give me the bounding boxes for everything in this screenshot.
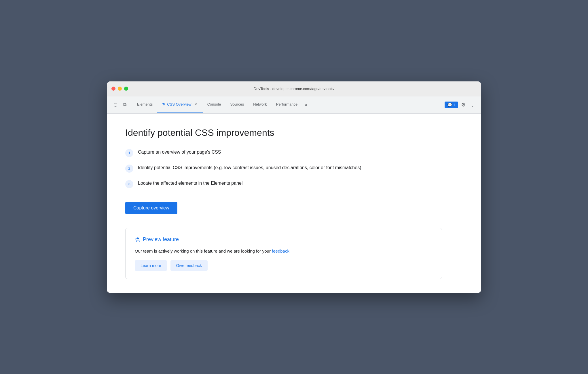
preview-flask-icon: ⚗ — [135, 236, 140, 243]
more-tabs-button[interactable]: » — [302, 96, 310, 113]
devtools-window: DevTools - developer.chrome.com/tags/dev… — [107, 81, 481, 293]
preview-secondary-label: Give feedback — [176, 263, 202, 268]
tabs-bar: Elements ⚗ CSS Overview ✕ Console Source… — [132, 96, 442, 113]
more-tabs-icon: » — [304, 102, 307, 108]
tab-performance[interactable]: Performance — [272, 96, 302, 113]
device-toggle-button[interactable]: ⧉ — [121, 101, 129, 109]
capture-overview-button[interactable]: Capture overview — [125, 202, 177, 214]
more-options-button[interactable]: ⋮ — [468, 101, 477, 109]
cursor-tool-button[interactable]: ⬡ — [111, 101, 120, 109]
chat-bubble-icon: 💬 — [447, 103, 452, 107]
preview-secondary-button[interactable]: Give feedback — [170, 260, 208, 271]
feedback-link[interactable]: feedback — [272, 249, 289, 253]
steps-list: 1 Capture an overview of your page's CSS… — [125, 148, 463, 188]
step-number-3: 3 — [125, 180, 133, 188]
notifications-button[interactable]: 💬 1 — [445, 102, 458, 108]
step-number-2: 2 — [125, 165, 133, 173]
tab-network[interactable]: Network — [249, 96, 272, 113]
step-item-1: 1 Capture an overview of your page's CSS — [125, 148, 463, 157]
toolbar-icon-group: ⬡ ⧉ — [109, 96, 131, 113]
flask-icon: ⚗ — [162, 102, 165, 106]
preview-feature-description: Our team is actively working on this fea… — [135, 248, 433, 255]
device-icon: ⧉ — [123, 102, 126, 107]
toolbar-right-actions: 💬 1 ⚙ ⋮ — [442, 96, 479, 113]
traffic-lights — [111, 87, 128, 91]
preview-feature-title: Preview feature — [143, 236, 179, 243]
preview-action-buttons: Learn more Give feedback — [135, 260, 433, 271]
settings-button[interactable]: ⚙ — [459, 101, 467, 109]
settings-icon: ⚙ — [461, 102, 466, 108]
preview-text-after: ! — [289, 249, 291, 253]
minimize-button[interactable] — [118, 87, 122, 91]
maximize-button[interactable] — [124, 87, 128, 91]
tab-performance-label: Performance — [276, 102, 297, 106]
window-title: DevTools - developer.chrome.com/tags/dev… — [254, 87, 334, 91]
more-options-icon: ⋮ — [470, 102, 475, 108]
preview-text-before: Our team is actively working on this fea… — [135, 249, 272, 253]
step-text-3: Locate the affected elements in the Elem… — [138, 180, 243, 187]
main-content: Identify potential CSS improvements 1 Ca… — [107, 114, 481, 293]
tab-sources-label: Sources — [230, 102, 244, 106]
step-item-3: 3 Locate the affected elements in the El… — [125, 180, 463, 188]
tab-sources[interactable]: Sources — [225, 96, 249, 113]
step-text-1: Capture an overview of your page's CSS — [138, 148, 221, 156]
tab-elements-label: Elements — [137, 102, 153, 106]
tab-elements[interactable]: Elements — [132, 96, 157, 113]
step-number-1: 1 — [125, 149, 133, 157]
step-text-2: Identify potential CSS improvements (e.g… — [138, 164, 361, 171]
preview-primary-button[interactable]: Learn more — [135, 260, 167, 271]
page-title: Identify potential CSS improvements — [125, 127, 463, 138]
title-bar: DevTools - developer.chrome.com/tags/dev… — [107, 81, 481, 96]
step-item-2: 2 Identify potential CSS improvements (e… — [125, 164, 463, 173]
preview-primary-label: Learn more — [141, 263, 161, 268]
cursor-icon: ⬡ — [113, 102, 117, 108]
preview-feature-box: ⚗ Preview feature Our team is actively w… — [125, 228, 442, 279]
notifications-count: 1 — [453, 103, 455, 107]
devtools-toolbar: ⬡ ⧉ Elements ⚗ CSS Overview ✕ Console So… — [107, 96, 481, 114]
tab-css-overview-label: CSS Overview — [167, 102, 191, 106]
close-button[interactable] — [111, 87, 115, 91]
preview-feature-header: ⚗ Preview feature — [135, 236, 433, 243]
tab-console-label: Console — [207, 102, 221, 106]
tab-close-icon[interactable]: ✕ — [193, 102, 198, 107]
tab-css-overview[interactable]: ⚗ CSS Overview ✕ — [157, 96, 203, 113]
tab-console[interactable]: Console — [203, 96, 226, 113]
tab-network-label: Network — [253, 102, 267, 106]
